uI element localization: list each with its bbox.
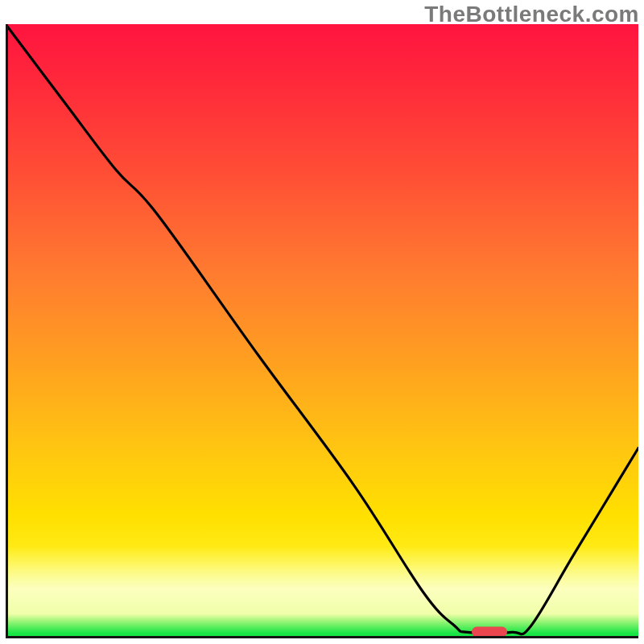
plot-area: [6, 24, 638, 638]
background-gradient: [6, 24, 638, 638]
minimum-marker: [472, 627, 507, 638]
figure-frame: TheBottleneck.com: [0, 0, 644, 644]
